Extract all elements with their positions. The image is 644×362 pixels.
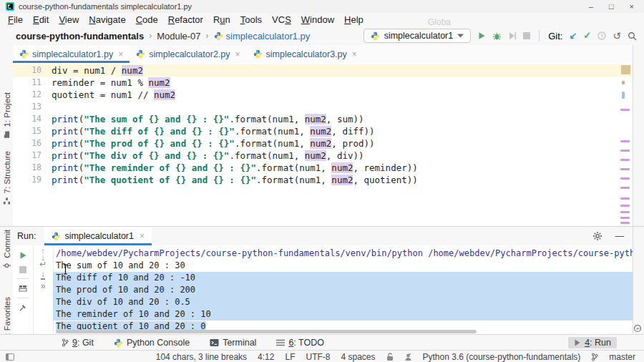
- occurrence-marker-tick[interactable]: [620, 211, 630, 213]
- menu-navigate[interactable]: Navigate: [84, 14, 130, 25]
- menu-vcs[interactable]: VCS: [267, 14, 296, 25]
- toolwindow-button-4-run[interactable]: 4: Run: [568, 337, 617, 348]
- console-line: The div of 10 and 20 : 0.5: [53, 296, 633, 308]
- close-icon[interactable]: ×: [118, 49, 123, 59]
- breadcrumb-item[interactable]: simplecalculator1.py: [214, 31, 311, 41]
- menu-window[interactable]: Window: [296, 14, 339, 25]
- occurrence-marker-tick[interactable]: [620, 205, 630, 207]
- python-file-icon: [136, 49, 145, 59]
- run-console-tab-label: simplecalculator1: [64, 231, 134, 241]
- editor-tab-simplecalculator1-py[interactable]: simplecalculator1.py×: [13, 45, 130, 63]
- toolwindow-toggle-icon[interactable]: [6, 353, 14, 361]
- close-icon[interactable]: ×: [235, 49, 240, 59]
- status-412[interactable]: 4:12: [258, 352, 274, 362]
- mouse-ibeam-cursor: [63, 264, 68, 275]
- menu-help[interactable]: Help: [339, 14, 369, 25]
- occurrence-marker-tick[interactable]: [620, 109, 630, 111]
- status-master[interactable]: master: [609, 352, 635, 362]
- python-file-icon: [52, 232, 61, 241]
- run-console-tab[interactable]: simplecalculator1 ×: [44, 227, 152, 245]
- scroll-to-end-button[interactable]: ↓: [41, 270, 45, 280]
- code-text: print("The prod of {} and {} : {}".forma…: [52, 137, 375, 150]
- occurrence-marker-tick[interactable]: [620, 187, 630, 189]
- run-gray-icon: [574, 339, 581, 346]
- editor-tab-simplecalculator3-py[interactable]: simplecalculator3.py×: [247, 45, 364, 63]
- status-python[interactable]: Python 3.6 (course-python-fundamentals): [423, 352, 581, 362]
- occurrence-marker-tick[interactable]: [620, 197, 630, 200]
- window-titlebar: course-python-fundamentals simplecalcula…: [0, 0, 644, 14]
- breadcrumb-item[interactable]: Module-07: [157, 31, 200, 41]
- occurrence-marker-tick[interactable]: [620, 150, 630, 152]
- occurrence-marker-tick[interactable]: [620, 168, 630, 170]
- status-4[interactable]: 4 spaces: [341, 352, 375, 362]
- line-number: 12: [13, 89, 52, 101]
- status-lf[interactable]: LF: [285, 352, 295, 362]
- status-bar: 104 chars, 3 line breaks4:12LFUTF-84 spa…: [0, 350, 644, 362]
- hide-panel-button[interactable]: —: [615, 231, 625, 241]
- green-marker-tick[interactable]: [622, 81, 625, 84]
- git-history-button[interactable]: [597, 31, 606, 40]
- editor-tab-label: simplecalculator2.py: [149, 49, 230, 59]
- stop-button[interactable]: [523, 32, 530, 39]
- toolwindow-button-6-todo[interactable]: 6: TODO: [276, 338, 324, 348]
- menu-edit[interactable]: Edit: [28, 14, 54, 25]
- divider: [17, 278, 29, 279]
- rerun-button[interactable]: [19, 251, 27, 260]
- run-button[interactable]: [477, 31, 486, 40]
- git-branch-icon[interactable]: [591, 353, 598, 361]
- editor-tab-simplecalculator2-py[interactable]: simplecalculator2.py×: [130, 45, 246, 63]
- toolwindow-button-commit[interactable]: Commit: [1, 230, 12, 270]
- status-utf8[interactable]: UTF-8: [306, 352, 330, 362]
- code-text: print("The sum of {} and {} : {}".format…: [52, 113, 364, 125]
- debug-button[interactable]: [492, 31, 502, 41]
- scrollbar-marker-strip: [618, 63, 633, 228]
- terminal-icon: [210, 338, 219, 347]
- git-label: Git:: [548, 31, 562, 41]
- stop-process-button[interactable]: [19, 266, 26, 273]
- code-line-16: 16print("The prod of {} and {} : {}".for…: [13, 137, 633, 150]
- toolwindow-button-python-console[interactable]: Python Console: [114, 338, 190, 348]
- menu-code[interactable]: Code: [131, 14, 163, 25]
- close-icon[interactable]: ×: [140, 231, 145, 241]
- menu-run[interactable]: Run: [208, 14, 235, 25]
- line-number: 14: [13, 113, 52, 125]
- console-line: The prod of 10 and 20 : 200: [53, 284, 633, 296]
- toolwindow-button-1-project[interactable]: 1: Project: [1, 92, 12, 139]
- menu-refactor[interactable]: Refactor: [163, 14, 208, 25]
- coverage-button[interactable]: [508, 31, 517, 40]
- occurrence-marker-tick[interactable]: [620, 159, 630, 161]
- code-editor[interactable]: 10div = num1 / num211reminder = num1 % n…: [13, 63, 633, 228]
- close-button[interactable]: ×: [630, 2, 634, 11]
- run-console-output[interactable]: /home/webdev/PycharmProjects/course-pyth…: [53, 245, 633, 334]
- pin-tab-button[interactable]: [19, 303, 27, 312]
- menu-tools[interactable]: Tools: [235, 14, 267, 25]
- occurrence-marker-tick[interactable]: [620, 177, 630, 180]
- inspections-hector-icon[interactable]: [404, 353, 412, 361]
- console-horizontal-scrollbar[interactable]: [56, 330, 477, 333]
- minimize-button[interactable]: –: [589, 2, 593, 11]
- occurrence-marker-tick[interactable]: [620, 140, 630, 142]
- occurrence-marker-tick[interactable]: [620, 222, 630, 224]
- toolwindow-button-7-structure[interactable]: 7: Structure: [1, 151, 12, 205]
- breadcrumb-item[interactable]: course-python-fundamentals: [16, 31, 144, 41]
- menu-file[interactable]: File: [3, 14, 28, 25]
- inspections-indicator[interactable]: [621, 65, 630, 74]
- show-run-configurations-button[interactable]: [19, 284, 27, 293]
- run-configuration-selector[interactable]: simplecalculator1: [364, 29, 472, 43]
- code-line-14: 14print("The sum of {} and {} : {}".form…: [13, 113, 633, 125]
- toolwindow-button-terminal[interactable]: Terminal: [210, 338, 256, 348]
- search-everywhere-button[interactable]: [628, 31, 637, 41]
- blue-marker-tick[interactable]: [622, 92, 625, 99]
- menu-view[interactable]: View: [54, 14, 84, 25]
- pycharm-logo-icon: [6, 2, 14, 11]
- lock-icon[interactable]: [386, 353, 394, 361]
- toolwindow-button-9-git[interactable]: 9: Git: [62, 338, 94, 348]
- code-text: div = num1 / num2: [52, 64, 143, 77]
- menu-bar: FileEditViewNavigateCodeRefactorRunTools…: [0, 13, 644, 26]
- occurrence-marker-tick[interactable]: [620, 217, 630, 219]
- code-line-11: 11reminder = num1 % num2: [13, 77, 633, 89]
- maximize-button[interactable]: □: [609, 2, 614, 11]
- close-icon[interactable]: ×: [352, 49, 357, 59]
- console-settings-button[interactable]: [592, 231, 602, 241]
- code-text: print("The reminder of {} and {} : {}".f…: [52, 162, 418, 174]
